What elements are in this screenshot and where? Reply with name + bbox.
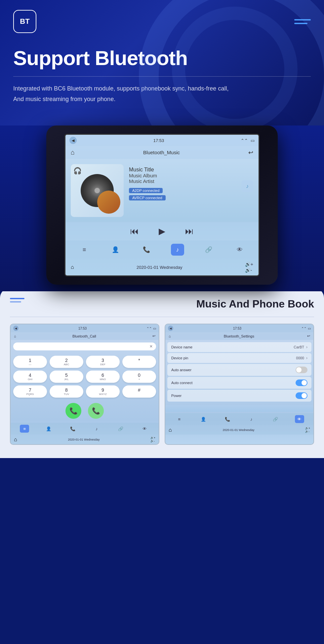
call-nav-phone[interactable]: 📞 <box>68 425 77 433</box>
play-button[interactable]: ▶ <box>159 226 165 236</box>
setting-device-name[interactable]: Device name CarBT › <box>167 342 311 352</box>
music-artist: Music Artist <box>129 178 253 184</box>
call-back-circle[interactable]: ◀ <box>13 326 19 331</box>
key-0[interactable]: 0+ <box>122 371 156 383</box>
key-5[interactable]: 5JKL <box>50 371 83 383</box>
header-divider <box>13 76 311 77</box>
auto-answer-toggle[interactable] <box>296 367 307 373</box>
call-screen-footer: ⌂ 2020-01-01 Wednesday 🔊+ 🔊- <box>11 435 159 444</box>
settings-back-icon[interactable]: ↩ <box>307 334 310 338</box>
vol-down-icon[interactable]: 🔊- <box>245 268 253 273</box>
music-content: 🎧 Music Title Music Album Music Artist A… <box>65 159 259 222</box>
hamburger-menu-icon[interactable] <box>294 19 311 24</box>
playback-controls: ⏮ ▶ ⏭ <box>65 222 259 240</box>
nav-eye-icon[interactable]: 👁 <box>233 244 246 256</box>
key-6[interactable]: 6MNO <box>86 371 120 383</box>
call-nav-music[interactable]: ♪ <box>92 425 101 433</box>
key-3[interactable]: 3DEF <box>86 356 120 368</box>
settings-vol-down[interactable]: 🔊- <box>305 430 310 433</box>
dialpad-search[interactable]: ✕ <box>13 342 156 350</box>
back-circle[interactable]: ◀ <box>69 137 77 144</box>
header-section: BT Support Bluetooth Integrated with BC6… <box>0 0 324 125</box>
bt-logo: BT <box>13 10 36 33</box>
settings-bottom-nav: ≡ 👤 📞 ♪ 🔗 👁 <box>165 413 313 425</box>
settings-status-bar: ◀ 17:53 ⌃⌃ ▭ <box>165 324 313 332</box>
key-star[interactable]: * <box>122 356 156 368</box>
key-4[interactable]: 4GHI <box>13 371 47 383</box>
settings-back-circle[interactable]: ◀ <box>168 326 173 331</box>
settings-nav-contacts[interactable]: 👤 <box>199 415 208 423</box>
key-2[interactable]: 2ABC <box>50 356 83 368</box>
recall-button[interactable]: 📞 <box>88 403 104 419</box>
vol-up-icon[interactable]: 🔊+ <box>245 262 253 267</box>
settings-home-icon[interactable]: ⌂ <box>169 334 171 338</box>
card-menu-icon <box>10 298 24 303</box>
nav-link-icon[interactable]: 🔗 <box>202 244 215 256</box>
back-icon[interactable]: ↩ <box>248 149 253 156</box>
call-footer-home[interactable]: ⌂ <box>14 437 17 443</box>
key-9[interactable]: 9WXYZ <box>86 385 120 398</box>
white-card-section: Music And Phone Book ◀ 17:53 ⌃⌃ ▭ ⌂ Blue… <box>0 288 324 458</box>
a2dp-badge: A2DP connected <box>129 188 163 193</box>
call-nav-bar: ⌂ Bluetooth_Call ↩ <box>11 332 159 340</box>
settings-nav-eye[interactable]: 👁 <box>295 415 304 423</box>
setting-device-pin[interactable]: Device pin 0000 › <box>167 353 311 363</box>
nav-music-icon[interactable]: ♪ <box>171 244 184 256</box>
settings-nav-menu[interactable]: ≡ <box>175 415 184 423</box>
album-art: 🎧 <box>71 164 124 217</box>
bottom-nav-bar: ≡ 👤 📞 ♪ 🔗 👁 <box>65 240 259 259</box>
car-bezel: ◀ 17:53 ⌃⌃ ▭ ⌂ Bluetooth_Music ↩ <box>46 125 278 285</box>
home-icon[interactable]: ⌂ <box>71 149 75 156</box>
nav-menu-icon[interactable]: ≡ <box>78 244 91 256</box>
call-footer-date: 2020-01-01 Wednesday <box>68 438 100 441</box>
call-button[interactable]: 📞 <box>65 403 81 419</box>
call-vol-down[interactable]: 🔊- <box>150 440 155 443</box>
settings-signal-icon: ⌃⌃ <box>301 327 306 330</box>
settings-nav-music[interactable]: ♪ <box>247 415 256 423</box>
settings-nav-bar: ⌂ Bluetooth_Settings ↩ <box>165 332 313 340</box>
nav-contacts-icon[interactable]: 👤 <box>109 244 122 256</box>
battery-icon: ▭ <box>251 138 255 143</box>
call-home-icon[interactable]: ⌂ <box>14 334 16 338</box>
call-screen: ◀ 17:53 ⌃⌃ ▭ ⌂ Bluetooth_Call ↩ ✕ 1— 2AB… <box>10 324 159 445</box>
settings-screen-footer: ⌂ 2020-01-01 Wednesday 🔊+ 🔊- <box>165 425 313 435</box>
power-toggle[interactable] <box>296 392 307 399</box>
settings-nav-link[interactable]: 🔗 <box>271 415 280 423</box>
dialpad-actions: 📞 📞 <box>11 400 159 421</box>
call-vol-up[interactable]: 🔊+ <box>150 436 155 439</box>
settings-footer-home[interactable]: ⌂ <box>169 427 172 433</box>
key-1[interactable]: 1— <box>13 356 47 368</box>
key-hash[interactable]: # <box>122 385 156 398</box>
nav-phone-icon[interactable]: 📞 <box>140 244 153 256</box>
avrcp-badge: AVRCP connected <box>129 195 166 200</box>
footer-home-icon[interactable]: ⌂ <box>71 264 74 270</box>
call-nav-eye[interactable]: 👁 <box>140 425 149 433</box>
settings-footer-date: 2020-01-01 Wednesday <box>223 428 255 432</box>
settings-battery-icon: ▭ <box>308 327 311 330</box>
car-display: ◀ 17:53 ⌃⌃ ▭ ⌂ Bluetooth_Music ↩ <box>46 125 278 285</box>
music-info: Music Title Music Album Music Artist A2D… <box>129 164 253 202</box>
auto-connect-toggle[interactable] <box>296 379 307 386</box>
prev-button[interactable]: ⏮ <box>130 226 139 236</box>
card-divider <box>10 317 314 317</box>
call-back-icon[interactable]: ↩ <box>152 334 155 338</box>
setting-auto-answer[interactable]: Auto answer <box>167 364 311 376</box>
footer-date: 2020-01-01 Wednesday <box>137 265 182 270</box>
settings-nav-title: Bluetooth_Settings <box>224 334 254 338</box>
headphones-icon: 🎧 <box>73 167 82 175</box>
setting-power[interactable]: Power <box>167 390 311 402</box>
call-nav-menu[interactable]: ≡ <box>20 425 29 433</box>
page-title: Support Bluetooth <box>13 46 311 70</box>
settings-vol-up[interactable]: 🔊+ <box>305 427 310 430</box>
setting-auto-connect[interactable]: Auto connect <box>167 377 311 389</box>
key-7[interactable]: 7PQRS <box>13 385 47 398</box>
settings-nav-phone[interactable]: 📞 <box>223 415 232 423</box>
call-nav-link[interactable]: 🔗 <box>116 425 125 433</box>
key-8[interactable]: 8TUV <box>50 385 83 398</box>
call-nav-contacts[interactable]: 👤 <box>44 425 53 433</box>
call-nav-title: Bluetooth_Call <box>72 334 96 338</box>
call-bottom-nav: ≡ 👤 📞 ♪ 🔗 👁 <box>11 423 159 435</box>
next-button[interactable]: ⏭ <box>185 226 194 236</box>
search-clear-icon[interactable]: ✕ <box>149 344 153 349</box>
settings-list: Device name CarBT › Device pin 0000 › Au… <box>165 340 313 404</box>
